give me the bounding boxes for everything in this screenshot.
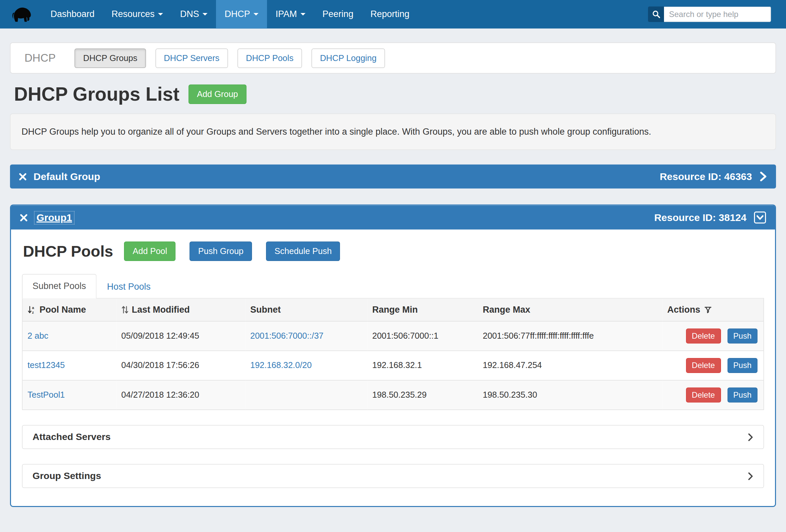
nav-peering[interactable]: Peering — [314, 0, 362, 29]
delete-pool-button[interactable]: Delete — [686, 358, 721, 373]
page-head: DHCP Groups List Add Group — [14, 84, 776, 105]
provision-logo[interactable] — [0, 0, 42, 29]
tab-subnet-pools[interactable]: Subnet Pools — [22, 274, 97, 299]
dhcp-subnav: DHCP DHCP Groups DHCP Servers DHCP Pools… — [10, 43, 776, 74]
table-row: TestPool1 04/27/2018 12:36:20 198.50.235… — [22, 380, 764, 410]
mammoth-icon — [10, 5, 33, 23]
group-panel-group1: Group1 Resource ID: 38124 DHCP Pools Add… — [10, 205, 776, 507]
group-settings-panel[interactable]: Group Settings — [22, 464, 764, 488]
range-min-cell: 192.168.32.1 — [367, 351, 478, 380]
range-max-cell: 192.168.47.254 — [478, 351, 662, 380]
nav-reporting[interactable]: Reporting — [362, 0, 418, 29]
svg-text:z: z — [32, 310, 34, 314]
group-name: Default Group — [34, 171, 100, 182]
nav-resources[interactable]: Resources — [103, 0, 172, 29]
subnet-link[interactable]: 2001:506:7000::/37 — [250, 331, 324, 341]
nav-ipam[interactable]: IPAM — [267, 0, 314, 29]
last-modified-cell: 05/09/2018 12:49:45 — [116, 321, 245, 351]
header-pool-name[interactable]: a z Pool Name — [22, 299, 116, 321]
pool-name-link[interactable]: test12345 — [28, 361, 65, 370]
sort-updown-icon — [121, 306, 128, 314]
last-modified-cell: 04/30/2018 17:56:26 — [116, 351, 245, 380]
tab-host-pools[interactable]: Host Pools — [97, 275, 161, 299]
header-actions: Actions — [662, 299, 764, 321]
last-modified-cell: 04/27/2018 12:36:20 — [116, 380, 245, 410]
add-group-button[interactable]: Add Group — [188, 85, 246, 104]
schedule-push-button[interactable]: Schedule Push — [266, 242, 340, 261]
page-title: DHCP Groups List — [14, 84, 179, 105]
top-navbar: Dashboard Resources DNS DHCP IPAM Peerin… — [0, 0, 786, 29]
chevron-right-icon — [760, 172, 767, 182]
range-max-cell: 198.50.235.30 — [478, 380, 662, 410]
chevron-down-icon — [158, 13, 163, 16]
collapse-group-icon[interactable] — [754, 212, 766, 224]
chevron-down-icon — [300, 13, 305, 16]
subnet-link[interactable]: 192.168.32.0/20 — [250, 361, 312, 370]
subnav-label: DHCP — [25, 52, 56, 65]
push-pool-button[interactable]: Push — [727, 388, 758, 403]
app-root: Dashboard Resources DNS DHCP IPAM Peerin… — [0, 0, 786, 532]
table-row: test12345 04/30/2018 17:56:26 192.168.32… — [22, 351, 764, 380]
delete-group-icon[interactable] — [20, 214, 28, 221]
group-row-default[interactable]: Default Group Resource ID: 46363 — [10, 165, 776, 189]
nav-items: Dashboard Resources DNS DHCP IPAM Peerin… — [42, 0, 418, 29]
header-range-min: Range Min — [367, 299, 478, 321]
chevron-right-icon — [748, 472, 754, 480]
subnav-dhcp-logging-button[interactable]: DHCP Logging — [311, 48, 385, 68]
add-pool-button[interactable]: Add Pool — [124, 242, 176, 261]
group-row-group1[interactable]: Group1 Resource ID: 38124 — [11, 206, 775, 230]
nav-dhcp[interactable]: DHCP — [216, 0, 267, 29]
push-group-button[interactable]: Push Group — [190, 242, 252, 261]
dhcp-pools-head: DHCP Pools Add Pool Push Group Schedule … — [23, 242, 764, 261]
nav-dns[interactable]: DNS — [172, 0, 216, 29]
chevron-down-icon — [254, 13, 259, 16]
header-last-modified[interactable]: Last Modified — [116, 299, 245, 321]
search-icon[interactable] — [648, 7, 664, 22]
group-name-link[interactable]: Group1 — [35, 211, 74, 224]
page-content: DHCP DHCP Groups DHCP Servers DHCP Pools… — [0, 43, 786, 507]
pools-tabs: Subnet Pools Host Pools — [22, 274, 764, 299]
header-range-max: Range Max — [478, 299, 662, 321]
delete-pool-button[interactable]: Delete — [686, 388, 721, 403]
header-subnet: Subnet — [245, 299, 367, 321]
chevron-right-icon — [748, 433, 754, 441]
svg-text:a: a — [32, 306, 34, 310]
attached-servers-title: Attached Servers — [33, 432, 111, 443]
subnav-dhcp-groups-button[interactable]: DHCP Groups — [75, 48, 146, 68]
resource-id-label: Resource ID: 46363 — [660, 171, 752, 182]
pool-name-link[interactable]: TestPool1 — [28, 390, 65, 400]
subnet-pools-table: a z Pool Name — [22, 299, 764, 410]
subnav-dhcp-pools-button[interactable]: DHCP Pools — [237, 48, 302, 68]
subnav-dhcp-servers-button[interactable]: DHCP Servers — [155, 48, 228, 68]
range-max-cell: 2001:506:77ff:ffff:ffff:ffff:ffff:fffe — [478, 321, 662, 351]
filter-icon[interactable] — [704, 306, 712, 314]
delete-pool-button[interactable]: Delete — [686, 329, 721, 344]
table-header-row: a z Pool Name — [22, 299, 764, 321]
dhcp-pools-title: DHCP Pools — [23, 242, 113, 260]
page-description: DHCP Groups help you to organize all of … — [10, 114, 776, 151]
chevron-down-icon — [203, 13, 208, 16]
range-min-cell: 2001:506:7000::1 — [367, 321, 478, 351]
attached-servers-panel[interactable]: Attached Servers — [22, 425, 764, 449]
sort-alpha-icon: a z — [28, 306, 36, 314]
push-pool-button[interactable]: Push — [727, 329, 758, 344]
search-container — [648, 7, 771, 22]
table-row: 2 abc 05/09/2018 12:49:45 2001:506:7000:… — [22, 321, 764, 351]
group1-panel-body: DHCP Pools Add Pool Push Group Schedule … — [11, 230, 775, 506]
resource-id-label: Resource ID: 38124 — [654, 212, 747, 223]
nav-dashboard[interactable]: Dashboard — [42, 0, 103, 29]
group-settings-title: Group Settings — [33, 471, 101, 482]
push-pool-button[interactable]: Push — [727, 358, 758, 373]
delete-group-icon[interactable] — [19, 173, 27, 180]
range-min-cell: 198.50.235.29 — [367, 380, 478, 410]
search-input[interactable] — [664, 7, 771, 22]
pool-name-link[interactable]: 2 abc — [28, 331, 48, 341]
